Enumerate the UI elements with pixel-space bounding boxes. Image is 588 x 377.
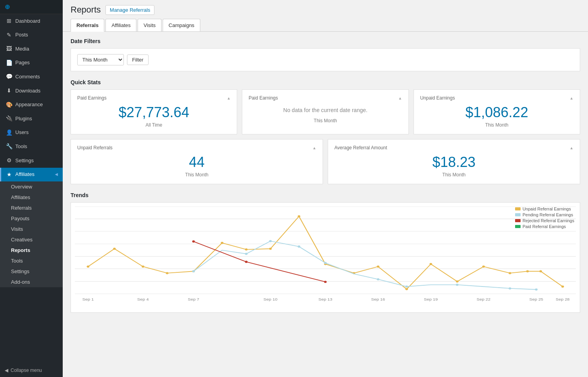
sidebar-label-media: Media	[15, 45, 29, 53]
submenu-creatives[interactable]: Creatives	[0, 234, 63, 245]
svg-point-40	[324, 262, 327, 265]
sidebar-label-settings: Settings	[15, 157, 34, 164]
sidebar: ⊕ ⊞ Dashboard ✎ Posts 🖼 Media 📄 Pages 💬 …	[0, 0, 63, 377]
submenu-addons[interactable]: Add-ons	[0, 277, 63, 287]
legend-pending: Pending Referral Earnings	[515, 212, 574, 217]
svg-point-23	[269, 248, 272, 250]
svg-point-43	[456, 284, 459, 286]
submenu-affiliates[interactable]: Affiliates	[0, 192, 63, 203]
sidebar-item-settings[interactable]: ⚙ Settings	[0, 154, 63, 168]
svg-point-22	[245, 248, 248, 251]
sidebar-item-comments[interactable]: 💬 Comments	[0, 70, 63, 84]
sidebar-item-users[interactable]: 👤 Users	[0, 126, 63, 140]
submenu-payouts[interactable]: Payouts	[0, 213, 63, 224]
sidebar-item-posts[interactable]: ✎ Posts	[0, 28, 63, 42]
sidebar-item-pages[interactable]: 📄 Pages	[0, 56, 63, 70]
stat-card-paid-earnings-alltime: Paid Earnings ▲ $27,773.64 All Time	[71, 89, 237, 134]
tools-icon: 🔧	[6, 143, 12, 150]
sidebar-item-downloads[interactable]: ⬇ Downloads	[0, 84, 63, 98]
stats-grid-bottom: Unpaid Referrals ▲ 44 This Month Average…	[71, 139, 580, 184]
svg-text:Sep 10: Sep 10	[263, 297, 278, 301]
legend-unpaid: Unpaid Referral Earnings	[515, 207, 574, 211]
legend-color-unpaid	[515, 207, 521, 210]
svg-point-17	[113, 248, 116, 250]
sidebar-item-dashboard[interactable]: ⊞ Dashboard	[0, 14, 63, 28]
stat-arrow-5: ▲	[570, 146, 573, 150]
svg-point-41	[377, 278, 379, 281]
stats-grid-top: Paid Earnings ▲ $27,773.64 All Time Paid…	[71, 89, 580, 134]
collapse-menu-button[interactable]: ◀ Collapse menu	[0, 364, 63, 377]
svg-point-18	[142, 266, 144, 268]
stat-sub-unpaid-earnings: This Month	[420, 122, 573, 128]
stat-sub-paid-earnings-alltime: All Time	[77, 122, 230, 128]
submenu-overview[interactable]: Overview	[0, 181, 63, 192]
sidebar-item-appearance[interactable]: 🎨 Appearance	[0, 98, 63, 112]
stat-card-unpaid-referrals: Unpaid Referrals ▲ 44 This Month	[71, 139, 323, 184]
svg-point-44	[508, 288, 511, 290]
wp-icon: ⊕	[5, 3, 10, 11]
svg-text:Sep 16: Sep 16	[371, 297, 385, 301]
stat-sub-avg-referral: This Month	[334, 172, 573, 178]
manage-referrals-button[interactable]: Manage Referrals	[105, 5, 154, 15]
users-icon: 👤	[6, 129, 12, 137]
comments-icon: 💬	[6, 73, 12, 81]
sidebar-label-affiliates: Affiliates	[15, 171, 34, 178]
trends-chart-container: Unpaid Referral Earnings Pending Referra…	[71, 202, 580, 313]
tab-affiliates[interactable]: Affiliates	[105, 19, 136, 31]
content-area: Date Filters This Month Last Month This …	[63, 32, 588, 377]
svg-point-19	[166, 272, 169, 275]
pages-icon: 📄	[6, 59, 12, 67]
tabs-bar: Referrals Affiliates Visits Campaigns	[63, 15, 588, 32]
sidebar-label-tools: Tools	[15, 143, 27, 150]
media-icon: 🖼	[6, 45, 12, 53]
affiliates-expand-icon: ◀	[55, 172, 58, 177]
tab-referrals[interactable]: Referrals	[71, 19, 104, 32]
collapse-icon: ◀	[5, 368, 8, 373]
legend-rejected: Rejected Referral Earnings	[515, 218, 574, 223]
stat-value-paid-earnings-alltime: $27,773.64	[77, 104, 230, 121]
svg-point-48	[324, 281, 327, 283]
chart-legend: Unpaid Referral Earnings Pending Referra…	[515, 207, 574, 230]
page-header: Reports Manage Referrals	[63, 0, 588, 15]
date-filter-box: This Month Last Month This Year All Time…	[71, 48, 580, 71]
tab-visits[interactable]: Visits	[138, 19, 162, 31]
legend-color-pending	[515, 213, 521, 216]
submenu-referrals[interactable]: Referrals	[0, 203, 63, 213]
legend-paid: Paid Referral Earnings	[515, 224, 574, 229]
legend-color-rejected	[515, 219, 521, 222]
sidebar-label-plugins: Plugins	[15, 115, 32, 122]
stat-value-unpaid-earnings: $1,086.22	[420, 104, 573, 121]
svg-point-30	[456, 281, 459, 283]
submenu-reports[interactable]: Reports	[0, 245, 63, 256]
sidebar-item-affiliates[interactable]: ★ Affiliates ◀	[0, 168, 63, 182]
tab-campaigns[interactable]: Campaigns	[163, 19, 200, 31]
stat-sub-unpaid-referrals: This Month	[77, 172, 316, 178]
quick-stats-title: Quick Stats	[71, 79, 580, 85]
stat-arrow-3: ▲	[570, 96, 573, 100]
svg-point-29	[430, 263, 432, 265]
filter-button[interactable]: Filter	[127, 54, 149, 65]
stat-value-unpaid-referrals: 44	[77, 154, 316, 170]
submenu-visits[interactable]: Visits	[0, 224, 63, 234]
sidebar-item-media[interactable]: 🖼 Media	[0, 42, 63, 56]
sidebar-label-comments: Comments	[15, 73, 40, 80]
svg-point-32	[508, 272, 511, 275]
submenu-tools[interactable]: Tools	[0, 256, 63, 266]
sidebar-label-dashboard: Dashboard	[15, 18, 40, 25]
sidebar-item-plugins[interactable]: 🔌 Plugins	[0, 112, 63, 126]
svg-point-42	[405, 286, 408, 288]
svg-point-39	[298, 246, 300, 248]
legend-label-unpaid: Unpaid Referral Earnings	[523, 207, 571, 211]
submenu-settings[interactable]: Settings	[0, 266, 63, 277]
posts-icon: ✎	[6, 31, 12, 39]
collapse-label: Collapse menu	[11, 368, 42, 373]
settings-icon: ⚙	[6, 157, 12, 165]
svg-point-38	[269, 240, 272, 243]
stat-arrow-4: ▲	[312, 146, 316, 150]
svg-point-31	[482, 266, 485, 268]
svg-point-28	[405, 288, 408, 290]
legend-label-paid: Paid Referral Earnings	[523, 224, 566, 229]
date-filter-select[interactable]: This Month Last Month This Year All Time…	[77, 54, 124, 65]
stat-value-avg-referral: $18.23	[334, 154, 573, 170]
sidebar-item-tools[interactable]: 🔧 Tools	[0, 140, 63, 154]
